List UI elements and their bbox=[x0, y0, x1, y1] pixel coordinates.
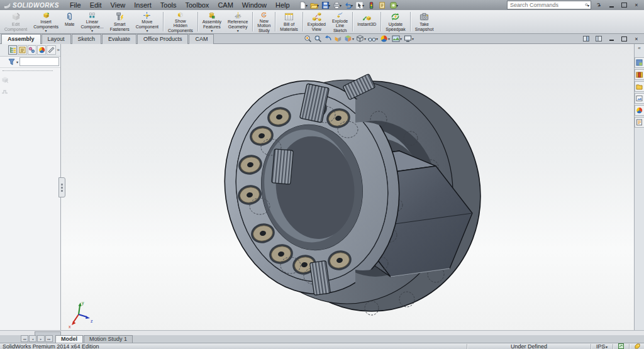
restore-button[interactable] bbox=[619, 1, 629, 9]
view-settings-button[interactable]: ▾ bbox=[403, 35, 414, 43]
ribbon-button-instant3d[interactable]: Instant3D bbox=[354, 10, 379, 33]
panel-splitter-handle[interactable] bbox=[58, 177, 65, 197]
previous-view-button[interactable] bbox=[323, 35, 333, 43]
tab-assembly[interactable]: Assembly bbox=[1, 34, 41, 44]
headsup-view-toolbar: ▾ ▾ ▾ ▾ ▾ ▾ bbox=[303, 35, 414, 43]
menu-file[interactable]: File bbox=[65, 0, 86, 10]
search-commands-box[interactable]: ▾ bbox=[507, 1, 591, 9]
ribbon-button-label: Instant3D bbox=[357, 22, 376, 27]
ribbon-button-label: Update Speedpak bbox=[386, 22, 406, 31]
options-button[interactable]: ▾ bbox=[389, 1, 399, 9]
tab-motion-study-1[interactable]: Motion Study 1 bbox=[84, 335, 133, 343]
ribbon-button-update-speedpak[interactable]: Update Speedpak bbox=[382, 10, 409, 33]
tab-nav-first-icon[interactable]: ◂◂ bbox=[21, 335, 28, 342]
tab-sketch[interactable]: Sketch bbox=[72, 34, 102, 44]
featuremanager-tree-tab[interactable] bbox=[8, 45, 17, 55]
ribbon-button-linear-component-pattern[interactable]: Linear Compone... ▾ bbox=[77, 10, 106, 33]
zoom-to-fit-icon bbox=[304, 35, 312, 43]
dropdown-arrow-icon: ▾ bbox=[306, 3, 308, 8]
menu-window[interactable]: Window bbox=[238, 0, 271, 10]
ribbon-button-mate[interactable]: Mate bbox=[62, 10, 78, 33]
menu-cam[interactable]: CAM bbox=[213, 0, 237, 10]
minimize-button[interactable] bbox=[606, 1, 616, 9]
ribbon-button-edit-component[interactable]: Edit Component bbox=[1, 10, 30, 33]
undo-button[interactable]: ▾ bbox=[343, 1, 354, 9]
graphics-viewport[interactable]: x y z bbox=[61, 44, 634, 330]
section-view-button[interactable] bbox=[333, 35, 343, 43]
open-button[interactable]: ▾ bbox=[309, 1, 320, 9]
menu-insert[interactable]: Insert bbox=[130, 0, 156, 10]
tab-nav-last-icon[interactable]: ▸▸ bbox=[45, 335, 53, 342]
solidworks-logo: SOLIDWORKS bbox=[0, 2, 65, 9]
ribbon-button-take-snapshot[interactable]: Take Snapshot bbox=[412, 10, 437, 33]
view-orientation-button[interactable]: ▾ bbox=[343, 35, 355, 43]
zoom-to-fit-button[interactable] bbox=[303, 35, 313, 43]
save-button[interactable]: ▾ bbox=[321, 1, 331, 9]
display-style-icon bbox=[356, 35, 364, 43]
dropdown-arrow-icon: ▾ bbox=[328, 3, 330, 8]
apply-scene-button[interactable]: ▾ bbox=[391, 35, 402, 43]
units-selector[interactable]: IPS ▾ bbox=[596, 343, 608, 349]
tab-nav-prev-icon[interactable]: ◂ bbox=[29, 335, 36, 342]
tab-evaluate[interactable]: Evaluate bbox=[102, 34, 136, 44]
featuremanager-toggle-button[interactable] bbox=[594, 35, 604, 43]
featuremanager-tree-area[interactable] bbox=[1, 76, 60, 95]
ribbon-button-new-motion-study[interactable]: New Motion Study bbox=[254, 10, 274, 33]
menu-tools[interactable]: Tools bbox=[156, 0, 181, 10]
close-button[interactable]: × bbox=[631, 1, 641, 9]
ribbon-button-assembly-features[interactable]: Assembly Features ▾ bbox=[199, 10, 225, 33]
display-style-button[interactable]: ▾ bbox=[355, 35, 367, 43]
menu-edit[interactable]: Edit bbox=[86, 0, 106, 10]
dropdown-arrow-icon: ▾ bbox=[376, 36, 378, 41]
new-document-button[interactable]: ▾ bbox=[298, 1, 309, 9]
zoom-to-area-button[interactable] bbox=[313, 35, 323, 43]
help-button[interactable]: ?▾ bbox=[594, 1, 604, 9]
tab-model[interactable]: Model bbox=[55, 335, 83, 343]
featuremanager-filter-input[interactable] bbox=[19, 57, 59, 66]
ribbon-separator bbox=[275, 12, 275, 31]
tab-layout[interactable]: Layout bbox=[42, 34, 71, 44]
menu-toolbox[interactable]: Toolbox bbox=[180, 0, 213, 10]
menu-view[interactable]: View bbox=[106, 0, 130, 10]
ribbon-button-exploded-view[interactable]: Exploded View bbox=[304, 10, 329, 33]
solidworks-resources-tab[interactable] bbox=[635, 57, 644, 68]
bill-of-materials-icon bbox=[284, 12, 294, 21]
featuremanager-overflow-button[interactable]: » bbox=[57, 47, 60, 53]
appearances-scenes-tab[interactable] bbox=[635, 105, 644, 116]
restore-document-button[interactable] bbox=[619, 35, 629, 43]
display-pane-toggle-button[interactable] bbox=[581, 35, 591, 43]
file-explorer-tab[interactable] bbox=[635, 81, 644, 92]
quick-tips-button[interactable] bbox=[635, 343, 640, 349]
ribbon-button-move-component[interactable]: Move Component ▾ bbox=[133, 10, 162, 33]
tab-nav-next-icon[interactable]: ▸ bbox=[37, 335, 45, 342]
rebuild-button[interactable] bbox=[366, 1, 377, 9]
configurationmanager-tab[interactable] bbox=[28, 45, 36, 55]
edit-appearance-button[interactable]: ▾ bbox=[379, 35, 391, 43]
ribbon-button-bill-of-materials[interactable]: Bill of Materials bbox=[277, 10, 301, 33]
design-library-tab[interactable] bbox=[635, 69, 644, 80]
task-pane-collapse-icon[interactable]: « bbox=[638, 45, 640, 51]
ribbon-button-insert-components[interactable]: Insert Components ▾ bbox=[30, 10, 62, 33]
close-document-button[interactable]: × bbox=[631, 35, 641, 43]
dimxpertmanager-tab[interactable] bbox=[47, 45, 55, 55]
view-palette-tab[interactable] bbox=[635, 93, 644, 104]
hide-show-items-button[interactable]: ▾ bbox=[367, 35, 379, 43]
menu-help[interactable]: Help bbox=[271, 0, 294, 10]
select-button[interactable]: ▾ bbox=[355, 1, 365, 9]
file-properties-button[interactable] bbox=[377, 1, 388, 9]
ribbon-button-explode-line-sketch[interactable]: Explode Line Sketch bbox=[329, 10, 351, 33]
featuremanager-panel: » ▾ bbox=[0, 44, 61, 330]
displaymanager-tab[interactable] bbox=[37, 45, 46, 55]
ribbon-button-smart-fasteners[interactable]: Smart Fasteners bbox=[107, 10, 133, 33]
ribbon-button-show-hidden-components[interactable]: Show Hidden Components bbox=[165, 10, 196, 33]
custom-properties-tab[interactable] bbox=[635, 117, 644, 128]
tab-office-products[interactable]: Office Products bbox=[137, 34, 188, 44]
search-input[interactable] bbox=[509, 1, 585, 9]
horizontal-scrollbar[interactable] bbox=[0, 330, 644, 335]
sketch-state-button[interactable] bbox=[618, 343, 624, 349]
print-button[interactable]: ▾ bbox=[332, 1, 343, 9]
minimize-document-button[interactable] bbox=[606, 35, 616, 43]
ribbon-button-reference-geometry[interactable]: Reference Geometry ▾ bbox=[225, 10, 251, 33]
propertymanager-tab[interactable] bbox=[18, 45, 26, 55]
tab-cam[interactable]: CAM bbox=[189, 34, 214, 44]
